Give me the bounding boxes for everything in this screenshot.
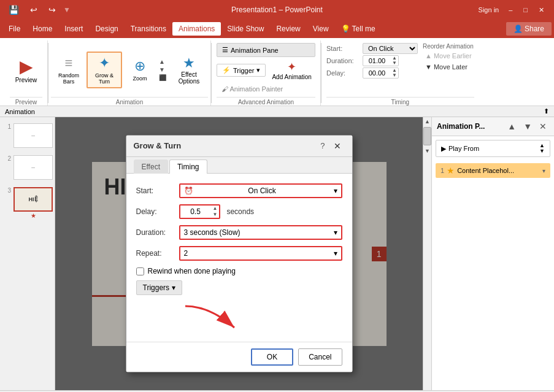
trigger-label: Trigger <box>233 67 254 74</box>
star-item-icon: ★ <box>447 166 455 175</box>
delay-increment[interactable]: ▲ <box>211 206 220 212</box>
tab-timing[interactable]: Timing <box>169 159 207 174</box>
duration-down[interactable]: ▼ <box>391 61 398 66</box>
advanced-animation-buttons: ☰ Animation Pane ⚡ Trigger ▾ ✦ Add Anima… <box>217 40 315 97</box>
menu-animations[interactable]: Animations <box>172 22 221 36</box>
delay-down[interactable]: ▼ <box>391 73 398 78</box>
triggers-dropdown-icon: ▾ <box>172 283 175 292</box>
animation-group-label: Animation <box>51 97 208 106</box>
arrow-svg <box>173 300 296 337</box>
duration-dropdown[interactable]: 3 seconds (Slow) ▾ <box>179 225 342 240</box>
cancel-button[interactable]: Cancel <box>298 348 342 366</box>
animation-panel-header: Animation P... ▲ ▼ ✕ <box>432 117 554 136</box>
start-label: Start: <box>326 45 360 52</box>
animation-painter-button[interactable]: 🖌 Animation Painter <box>217 83 315 94</box>
add-animation-button[interactable]: ✦ Add Animation <box>268 58 315 82</box>
seconds-label: seconds <box>226 207 254 216</box>
close-button[interactable]: ✕ <box>534 5 549 15</box>
start-dropdown[interactable]: ⏰ On Click ▾ <box>179 183 342 198</box>
collapse-icon[interactable]: ⬆ <box>544 107 549 115</box>
panel-down-button[interactable]: ▼ <box>521 121 534 132</box>
delay-value-input[interactable] <box>180 206 211 217</box>
delay-spinner[interactable]: ▲ ▼ <box>363 67 399 79</box>
dialog-close-button[interactable]: ✕ <box>330 140 345 152</box>
menu-tellme[interactable]: 💡 Tell me <box>335 22 382 36</box>
duration-value: 3 seconds (Slow) <box>184 228 240 237</box>
panel-up-button[interactable]: ▲ <box>505 121 518 132</box>
sign-in-button[interactable]: Sign in <box>479 6 499 13</box>
animation-pane-button[interactable]: ☰ Animation Pane <box>217 43 315 57</box>
animation-grow-turn[interactable]: ✦ Grow & Turn <box>87 52 122 88</box>
dialog-title: Grow & Turn <box>134 141 182 150</box>
rewind-checkbox[interactable] <box>136 267 144 275</box>
painter-label: Animation Painter <box>229 85 283 93</box>
add-animation-icon: ✦ <box>287 60 296 74</box>
menu-transitions[interactable]: Transitions <box>125 22 172 36</box>
preview-button[interactable]: ▶ Preview <box>11 52 42 88</box>
form-start-row: Start: ⏰ On Click ▾ <box>136 183 342 198</box>
repeat-dropdown[interactable]: 2 ▾ <box>179 246 342 261</box>
play-from-button[interactable]: ▶ Play From ▲ ▼ <box>436 140 550 157</box>
animation-zoom[interactable]: ⊕ Zoom <box>122 56 158 84</box>
duration-spinner[interactable]: ▲ ▼ <box>363 55 399 66</box>
menu-insert[interactable]: Insert <box>58 22 89 36</box>
duration-input[interactable] <box>363 56 391 65</box>
delay-spinner[interactable]: ▲ ▼ <box>179 204 221 220</box>
menu-view[interactable]: View <box>307 22 335 36</box>
menu-file[interactable]: File <box>2 22 26 36</box>
delay-input[interactable] <box>363 69 391 77</box>
slide-thumbnail-3: HIỆ <box>13 187 53 212</box>
zoom-icon: ⊕ <box>134 58 145 74</box>
form-delay-label: Delay: <box>136 207 179 216</box>
play-arrows: ▲ ▼ <box>539 143 545 154</box>
slide-thumb-3[interactable]: 3 HIỆ ★ <box>2 186 52 220</box>
item-expand-arrow[interactable]: ▾ <box>542 167 545 174</box>
menu-bar: File Home Insert Design Transitions Anim… <box>0 20 554 38</box>
redo-button[interactable]: ↪ <box>45 4 60 16</box>
menu-design[interactable]: Design <box>89 22 124 36</box>
scroll-down-button[interactable]: ▼ <box>159 66 166 74</box>
ribbon-group-timing: Start: On Click Duration: ▲ ▼ <box>321 40 479 106</box>
maximize-button[interactable]: □ <box>518 5 533 15</box>
delay-spinner-buttons: ▲ ▼ <box>211 206 220 218</box>
effect-options-button[interactable]: ★ Effect Options <box>170 53 208 87</box>
start-select[interactable]: On Click <box>363 43 418 54</box>
menu-slideshow[interactable]: Slide Show <box>221 22 270 36</box>
ok-button[interactable]: OK <box>251 348 293 366</box>
ribbon-group-preview: ▶ Preview Preview <box>5 40 48 106</box>
panel-close-button[interactable]: ✕ <box>537 121 549 132</box>
menu-home[interactable]: Home <box>26 22 58 36</box>
scroll-down-button[interactable]: ▼ <box>423 147 431 155</box>
play-from-label: Play From <box>448 145 479 152</box>
triggers-button[interactable]: Triggers ▾ <box>136 280 183 295</box>
play-down-arrow[interactable]: ▼ <box>539 148 545 154</box>
star-icon: ★ <box>31 212 36 219</box>
scroll-thumb[interactable] <box>423 127 431 145</box>
dialog-footer: OK Cancel <box>126 342 352 372</box>
menu-review[interactable]: Review <box>270 22 306 36</box>
animation-random-bars[interactable]: ≡ Random Bars <box>51 53 87 87</box>
trigger-button[interactable]: ⚡ Trigger ▾ <box>217 64 266 77</box>
save-button[interactable]: 💾 <box>5 4 23 16</box>
animation-panel: Animation P... ▲ ▼ ✕ ▶ Play From ▲ ▼ 1 ★… <box>431 117 554 390</box>
help-button[interactable]: ? <box>318 140 327 151</box>
duration-dropdown-arrow: ▾ <box>334 228 337 237</box>
play-icon: ▶ <box>20 56 33 77</box>
delay-decrement[interactable]: ▼ <box>211 212 220 218</box>
lightbulb-icon: 💡 <box>341 25 350 33</box>
slide-thumb-1[interactable]: 1 ─ <box>2 122 52 149</box>
slide-thumb-2[interactable]: 2 ─ <box>2 154 52 181</box>
preview-label: Preview <box>15 77 37 83</box>
share-button[interactable]: 👤 Share <box>506 22 552 36</box>
undo-button[interactable]: ↩ <box>26 4 41 16</box>
scroll-up-button[interactable]: ▲ <box>159 58 166 66</box>
move-later-button[interactable]: ▼ Move Later <box>423 62 474 72</box>
scroll-up-button[interactable]: ▲ <box>423 117 431 126</box>
timing-controls: Start: On Click Duration: ▲ ▼ <box>326 40 474 97</box>
duration-label: Duration: <box>326 57 360 64</box>
scroll-expand-button[interactable]: ⬛ <box>159 74 166 82</box>
slide-thumbnail-2: ─ <box>13 155 53 180</box>
minimize-button[interactable]: – <box>504 5 517 15</box>
tab-effect[interactable]: Effect <box>134 159 168 174</box>
dialog-titlebar: Grow & Turn ? ✕ <box>126 136 352 157</box>
